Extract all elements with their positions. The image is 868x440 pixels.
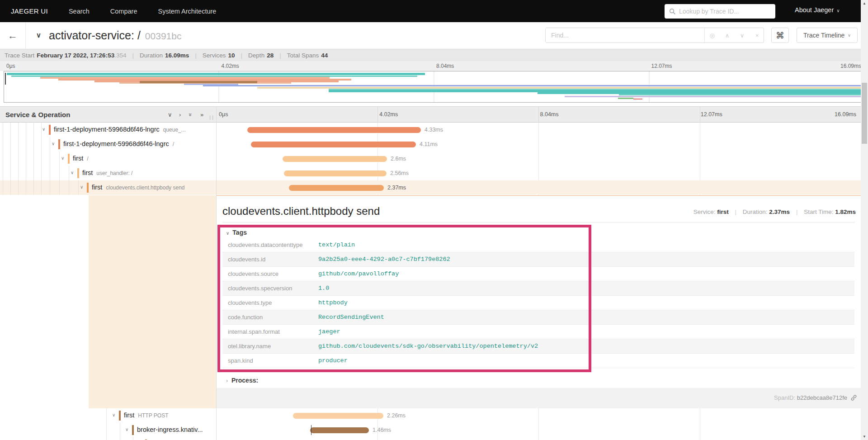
summary-label: Services	[203, 52, 226, 59]
summary-value: February 17 2022, 17:26:53	[37, 52, 114, 59]
span-bar[interactable]	[284, 170, 387, 176]
tick-label: 16.09ms	[835, 111, 856, 118]
deep-link-icon[interactable]	[850, 394, 857, 401]
nav-item-search[interactable]: Search	[69, 8, 90, 15]
span-detail-meta: Service: first | Duration: 2.37ms | Star…	[693, 208, 856, 215]
indent-guide	[59, 151, 60, 166]
indent-guide	[3, 151, 3, 166]
chevron-down-icon: ∨	[848, 33, 851, 38]
tag-row[interactable]: otel.library.namegithub.com/cloudevents/…	[222, 339, 854, 354]
span-row[interactable]: ∨firstcloudevents.client.httpbody send2.…	[0, 180, 861, 195]
collapse-one-icon[interactable]: ∨	[168, 111, 172, 118]
indent-guide	[18, 151, 19, 166]
span-bar[interactable]	[289, 185, 384, 191]
span-row[interactable]: ∨first-1-deployment-59968d6f46-lngrc/4.1…	[0, 137, 861, 151]
trace-id-lookup[interactable]: Lookup by Trace ID...	[665, 4, 775, 19]
summary-value: 44	[321, 52, 328, 59]
nav-item-system-architecture[interactable]: System Architecture	[158, 8, 216, 15]
trace-minimap[interactable]	[4, 71, 864, 103]
tick-label: 4.02ms	[222, 63, 239, 69]
about-jaeger-menu[interactable]: About Jaeger∨	[795, 6, 840, 14]
nav-item-compare[interactable]: Compare	[110, 8, 137, 15]
summary-value: 10	[228, 52, 235, 59]
span-bar[interactable]	[310, 427, 369, 433]
expand-all-icon[interactable]: »	[200, 111, 203, 118]
chevron-down-icon[interactable]: ∨	[112, 412, 115, 417]
tags-accordion-header[interactable]: ∨Tags	[226, 229, 247, 236]
span-row[interactable]: ∨broker-ingress.kn...1.28ms	[0, 437, 861, 440]
tag-row[interactable]: cloudevents.id9a2b25a0-eee4-4292-a0c7-c7…	[222, 252, 854, 267]
tick-label: 12.07ms	[651, 63, 672, 69]
span-row[interactable]: ∨first-1-deployment-59968d6f46-lngrcqueu…	[0, 123, 861, 137]
span-row[interactable]: ∨broker-ingress.knativ...1.46ms	[0, 423, 861, 437]
span-service-name[interactable]: firstHTTP POST	[124, 412, 168, 419]
indent-guide	[18, 166, 19, 180]
process-accordion-header[interactable]: ›Process:	[226, 377, 258, 384]
next-match-icon[interactable]: ∨	[735, 32, 750, 39]
service-color-chip	[87, 183, 89, 193]
span-bar[interactable]	[251, 142, 416, 147]
span-bar[interactable]	[247, 127, 421, 133]
trace-collapse-chevron[interactable]: ∨	[36, 31, 41, 39]
tag-key: cloudevents.id	[222, 256, 318, 263]
chevron-down-icon[interactable]: ∨	[52, 141, 55, 146]
column-resizer-handle[interactable]: ∣∣	[209, 115, 214, 120]
find-input[interactable]	[546, 28, 705, 43]
span-service-name[interactable]: firstuser_handler: /	[82, 169, 132, 176]
vertical-scrollbar[interactable]: ▲ ▼	[861, 0, 868, 440]
span-service-name[interactable]: first-1-deployment-59968d6f46-lngrcqueue…	[54, 126, 186, 133]
tag-row[interactable]: internal.span.formatjaeger	[222, 325, 854, 339]
chevron-down-icon[interactable]: ∨	[125, 427, 128, 432]
span-row[interactable]: ∨firstuser_handler: /2.56ms	[0, 166, 861, 180]
chevron-down-icon[interactable]: ∨	[61, 156, 64, 161]
brand-jaeger-ui[interactable]: JAEGER UI	[11, 7, 48, 15]
span-bar[interactable]	[293, 413, 383, 419]
indent-guide	[18, 137, 19, 151]
span-operation-name: HTTP POST	[138, 412, 168, 419]
span-operation-name: user_handler: /	[96, 170, 132, 176]
chevron-down-icon: ∨	[226, 231, 229, 236]
span-service-name[interactable]: firstcloudevents.client.httpbody send	[92, 184, 184, 191]
trace-header: ← ∨ activator-service: /00391bc ◎ ∧ ∨ × …	[0, 22, 861, 49]
span-bar[interactable]	[283, 156, 387, 162]
tag-row[interactable]: cloudevents.sourcegithub/com/pavolloffay	[222, 267, 854, 281]
tag-row[interactable]: cloudevents.specversion1.0	[222, 281, 854, 296]
expand-one-icon[interactable]: ›	[179, 111, 181, 118]
indent-guide	[26, 123, 26, 137]
scroll-up-icon[interactable]: ▲	[861, 1, 868, 5]
indent-guide	[3, 166, 3, 180]
collapse-all-icon[interactable]: »	[187, 113, 194, 116]
tag-key: cloudevents.type	[222, 299, 318, 306]
chevron-down-icon[interactable]: ∨	[42, 127, 45, 132]
summary-label: Total Spans	[287, 52, 319, 59]
keyboard-shortcuts-button[interactable]: ⌘	[771, 28, 789, 43]
trace-view-dropdown[interactable]: Trace Timeline ∨	[797, 28, 858, 43]
indent-guide	[33, 166, 34, 180]
scrollbar-thumb[interactable]	[862, 83, 867, 144]
span-row[interactable]: ∨first/2.6ms	[0, 151, 861, 166]
indent-guide	[26, 137, 26, 151]
back-button[interactable]: ←	[0, 22, 26, 49]
span-service-name[interactable]: first-1-deployment-59968d6f46-lngrc/	[63, 140, 174, 147]
span-row[interactable]: ∨firstHTTP POST2.26ms	[0, 408, 861, 423]
chevron-down-icon[interactable]: ∨	[80, 185, 83, 189]
clear-icon[interactable]: ×	[750, 32, 764, 39]
column-divider[interactable]	[216, 106, 217, 440]
indent-guide	[59, 180, 60, 195]
tag-row[interactable]: span.kindproducer	[222, 354, 854, 368]
tag-row[interactable]: code.functionRecordSendingEvent	[222, 310, 854, 325]
tag-value: httpbody	[318, 299, 348, 306]
tag-key: cloudevents.source	[222, 270, 318, 277]
indent-guide	[10, 151, 11, 166]
tag-key: internal.span.format	[222, 328, 318, 335]
tag-row[interactable]: cloudevents.typehttpbody	[222, 296, 854, 310]
indent-guide	[33, 151, 34, 166]
crosshair-icon[interactable]: ◎	[705, 32, 720, 39]
chevron-down-icon[interactable]: ∨	[71, 170, 74, 175]
span-service-name[interactable]: broker-ingress.knativ...	[137, 426, 203, 433]
prev-match-icon[interactable]: ∧	[720, 32, 735, 39]
tag-row[interactable]: cloudevents.datacontenttypetext/plain	[222, 238, 854, 252]
scroll-down-icon[interactable]: ▼	[861, 435, 868, 439]
span-service-name[interactable]: first/	[73, 155, 89, 162]
indent-guide	[50, 137, 50, 151]
